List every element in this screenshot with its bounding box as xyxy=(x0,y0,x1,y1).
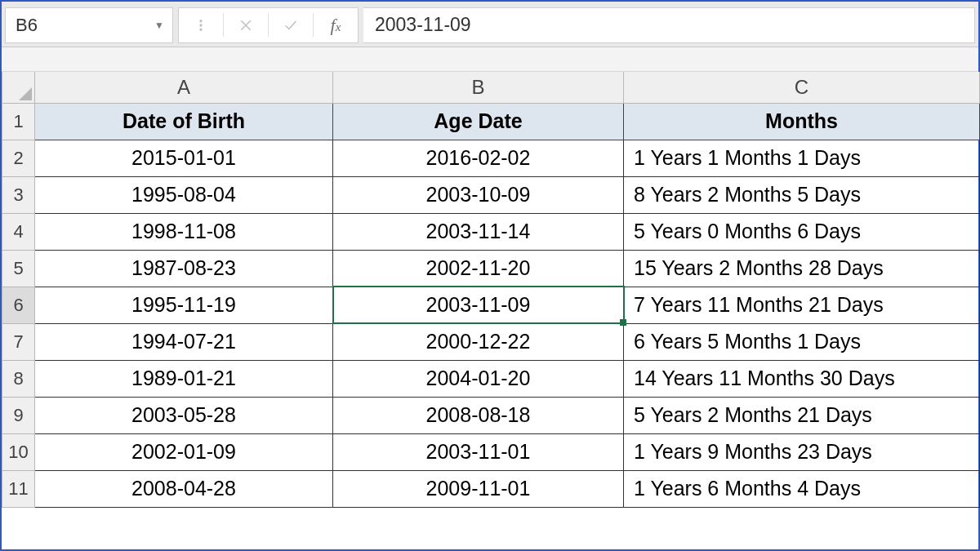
cell-A2[interactable]: 2015-01-01 xyxy=(35,140,333,176)
cell-B2[interactable]: 2016-02-02 xyxy=(333,140,624,176)
cell-B8[interactable]: 2004-01-20 xyxy=(333,360,624,397)
cell-C5[interactable]: 15 Years 2 Months 28 Days xyxy=(624,250,980,287)
row-header[interactable]: 11 xyxy=(2,470,35,507)
cell-A3[interactable]: 1995-08-04 xyxy=(35,176,333,213)
cell-B11[interactable]: 2009-11-01 xyxy=(333,470,624,507)
spreadsheet-grid[interactable]: A B C 1 Date of Birth Age Date Months 2 … xyxy=(2,72,980,508)
row-header[interactable]: 4 xyxy=(2,213,35,250)
cell-C3[interactable]: 8 Years 2 Months 5 Days xyxy=(624,176,980,213)
row-header[interactable]: 6 xyxy=(2,287,35,323)
row-header[interactable]: 2 xyxy=(2,140,35,176)
formula-bar-buttons: fx xyxy=(178,7,359,43)
row-header[interactable]: 5 xyxy=(2,250,35,287)
cell-A11[interactable]: 2008-04-28 xyxy=(35,470,333,507)
cell-C9[interactable]: 5 Years 2 Months 21 Days xyxy=(624,397,980,433)
cell-B6[interactable]: 2003-11-09 xyxy=(333,287,624,323)
cell-A10[interactable]: 2002-01-09 xyxy=(35,433,333,470)
cell-C2[interactable]: 1 Years 1 Months 1 Days xyxy=(624,140,980,176)
formula-bar: B6 ▼ fx 2003-11-09 xyxy=(2,2,978,47)
cell-A1[interactable]: Date of Birth xyxy=(35,103,333,140)
name-box-value: B6 xyxy=(16,15,38,36)
cell-B3[interactable]: 2003-10-09 xyxy=(333,176,624,213)
cell-C6[interactable]: 7 Years 11 Months 21 Days xyxy=(624,287,980,323)
col-header-B[interactable]: B xyxy=(333,72,624,103)
cell-C1[interactable]: Months xyxy=(624,103,980,140)
cell-A9[interactable]: 2003-05-28 xyxy=(35,397,333,433)
ellipsis-icon[interactable] xyxy=(179,8,223,42)
row-header[interactable]: 10 xyxy=(2,433,35,470)
cell-B10[interactable]: 2003-11-01 xyxy=(333,433,624,470)
cell-C10[interactable]: 1 Years 9 Months 23 Days xyxy=(624,433,980,470)
cell-B1[interactable]: Age Date xyxy=(333,103,624,140)
cell-A7[interactable]: 1994-07-21 xyxy=(35,323,333,360)
formula-input[interactable]: 2003-11-09 xyxy=(363,7,975,43)
insert-function-button[interactable]: fx xyxy=(314,8,358,42)
cell-B7[interactable]: 2000-12-22 xyxy=(333,323,624,360)
cell-C8[interactable]: 14 Years 11 Months 30 Days xyxy=(624,360,980,397)
cell-A4[interactable]: 1998-11-08 xyxy=(35,213,333,250)
cell-B4[interactable]: 2003-11-14 xyxy=(333,213,624,250)
svg-point-1 xyxy=(200,24,202,26)
col-header-C[interactable]: C xyxy=(624,72,980,103)
col-header-A[interactable]: A xyxy=(35,72,333,103)
cell-A8[interactable]: 1989-01-21 xyxy=(35,360,333,397)
row-header[interactable]: 8 xyxy=(2,360,35,397)
row-header[interactable]: 7 xyxy=(2,323,35,360)
cell-A5[interactable]: 1987-08-23 xyxy=(35,250,333,287)
row-header[interactable]: 1 xyxy=(2,103,35,140)
chevron-down-icon[interactable]: ▼ xyxy=(154,20,164,31)
cancel-icon[interactable] xyxy=(224,8,268,42)
sheet-strip xyxy=(2,47,978,72)
formula-input-value: 2003-11-09 xyxy=(375,14,471,36)
cell-C11[interactable]: 1 Years 6 Months 4 Days xyxy=(624,470,980,507)
row-header[interactable]: 3 xyxy=(2,176,35,213)
cell-B9[interactable]: 2008-08-18 xyxy=(333,397,624,433)
cell-C7[interactable]: 6 Years 5 Months 1 Days xyxy=(624,323,980,360)
cell-C4[interactable]: 5 Years 0 Months 6 Days xyxy=(624,213,980,250)
enter-check-icon[interactable] xyxy=(269,8,313,42)
cell-B5[interactable]: 2002-11-20 xyxy=(333,250,624,287)
select-all-corner[interactable] xyxy=(2,72,35,103)
cell-A6[interactable]: 1995-11-19 xyxy=(35,287,333,323)
row-header[interactable]: 9 xyxy=(2,397,35,433)
svg-point-2 xyxy=(200,29,202,30)
name-box[interactable]: B6 ▼ xyxy=(5,7,173,43)
svg-point-0 xyxy=(200,20,202,21)
